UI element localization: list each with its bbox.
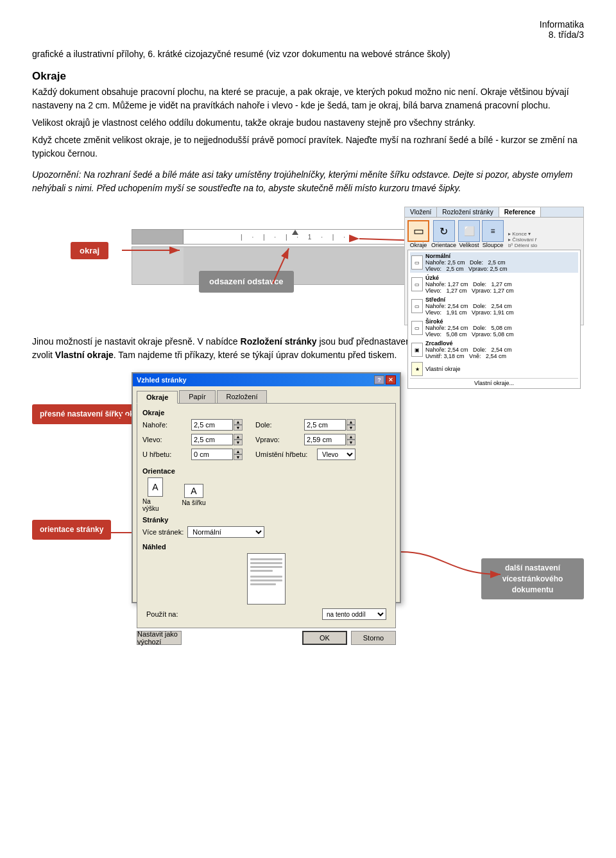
dialog-titlebar: Vzhled stránky ? ✕ xyxy=(133,373,400,386)
select-vice-stranek[interactable]: Normální xyxy=(187,526,264,538)
field-label-vpravo: Vpravo: xyxy=(255,436,300,443)
dialog-section-stranky: Stránky xyxy=(142,516,390,524)
ribbon-tab-reference[interactable]: Reference xyxy=(499,207,541,217)
dialog-help-btn[interactable]: ? xyxy=(374,375,384,384)
pouzit-label: Použít na: xyxy=(146,610,178,618)
ribbon-icon-okraje[interactable]: ▭ xyxy=(407,220,429,242)
dialog-tab-okraje[interactable]: Okraje xyxy=(137,391,178,404)
field-label-dole: Dole: xyxy=(255,421,300,429)
dialog-title: Vzhled stránky xyxy=(137,376,187,384)
nastavit-default-btn[interactable]: Nastavit jako výchozí xyxy=(137,631,182,645)
preview-section: Náhled xyxy=(142,543,390,605)
section-okraje-p2: Velikost okrajů je vlastnost celého oddí… xyxy=(32,116,584,130)
spin-vpravo[interactable]: ▲ ▼ xyxy=(346,434,355,445)
select-pouzit[interactable]: na tento oddíl xyxy=(322,608,386,620)
field-label-umisteni: Umístění hřbetu: xyxy=(255,450,313,458)
ruler-bar: | · | · | · 1 · | · xyxy=(132,229,446,245)
label-orientace-stranky: orientace stránky xyxy=(32,520,111,540)
section-okraje-italic: Upozornění: Na rozhraní šedé a bílé máte… xyxy=(32,168,584,195)
portrait-label: Na výšku xyxy=(142,498,168,512)
header: Informatika 8. třída/3 xyxy=(32,19,584,40)
field-label-uhibetu: U hřbetu: xyxy=(142,450,187,458)
header-line1: Informatika xyxy=(540,19,584,30)
orientation-section: Orientace A Na výšku A Na šířku xyxy=(142,467,390,512)
spin-uhibetu[interactable]: ▲ ▼ xyxy=(234,449,243,460)
field-input-vlevo[interactable]: 2,5 cm xyxy=(191,434,233,445)
spin-vlevo[interactable]: ▲ ▼ xyxy=(234,434,243,445)
dialog-tabs: Okraje Papír Rozložení xyxy=(137,390,396,403)
dialog-section-nahled: Náhled xyxy=(142,543,390,551)
field-input-vpravo[interactable]: 2,59 cm xyxy=(304,434,346,445)
section-title-okraje: Okraje xyxy=(32,70,584,83)
field-input-uhibetu[interactable]: 0 cm xyxy=(191,449,233,460)
label-dalsi-nastaveni: další nastavení vícestránkového dokument… xyxy=(481,558,584,599)
section-okraje-p3: Když chcete změnit velikost okraje, je t… xyxy=(32,133,584,160)
ribbon-tab-rozlozeni[interactable]: Rozložení stránky xyxy=(437,207,499,217)
orient-landscape[interactable]: A Na šířku xyxy=(181,484,207,506)
spin-up[interactable]: ▲ xyxy=(234,419,243,425)
dialog-close-btn[interactable]: ✕ xyxy=(386,375,396,384)
dialog-apply-row: Použít na: na tento oddíl xyxy=(146,608,386,620)
spin-dole[interactable]: ▲ ▼ xyxy=(346,419,355,431)
field-label-vlevo: Vlevo: xyxy=(142,436,187,443)
pages-section: Stránky Více stránek: Normální xyxy=(142,516,390,538)
ribbon-icon-velikost[interactable]: ⬜ xyxy=(458,220,480,242)
preview-document xyxy=(247,553,286,605)
storno-btn[interactable]: Storno xyxy=(351,631,396,645)
orient-portrait[interactable]: A Na výšku xyxy=(142,477,168,512)
landscape-label: Na šířku xyxy=(182,499,205,506)
spin-down[interactable]: ▼ xyxy=(234,425,243,431)
field-input-dole[interactable]: 2,5 cm xyxy=(304,419,346,431)
ribbon-tab-vlozeni[interactable]: Vložení xyxy=(405,207,437,217)
dialog-section-okraje: Okraje xyxy=(142,409,390,416)
select-umisteni[interactable]: Vlevo xyxy=(317,449,355,460)
ribbon-icon-sloupce[interactable]: ≡ xyxy=(482,220,504,242)
spin-nahofe[interactable]: ▲ ▼ xyxy=(234,419,243,431)
ribbon-icon-orientace[interactable]: ↻ xyxy=(433,220,455,242)
dialog-content: Okraje Nahoře: 2,5 cm ▲ ▼ xyxy=(137,403,396,628)
field-input-nahofe[interactable]: 2,5 cm xyxy=(191,419,233,431)
label-odsazeni: odsazení odstavce xyxy=(199,271,294,293)
ribbon-mockup: Vložení Rozložení stránky Reference ▭ Ok… xyxy=(404,207,584,325)
landscape-icon: A xyxy=(184,484,203,498)
header-line2: 8. třída/3 xyxy=(549,30,584,40)
portrait-icon: A xyxy=(148,477,163,497)
dialog-tab-rozlozeni[interactable]: Rozložení xyxy=(217,390,268,403)
vice-stranek-label: Více stránek: xyxy=(142,528,184,536)
label-okraj: okraj xyxy=(71,242,108,259)
dialog-section-orientace: Orientace xyxy=(142,467,390,475)
field-label-nahofe: Nahoře: xyxy=(142,421,187,429)
ok-btn[interactable]: OK xyxy=(302,631,347,645)
page-setup-dialog[interactable]: Vzhled stránky ? ✕ Okraje Papír Rozložen… xyxy=(132,372,401,603)
section-okraje-p1: Každý dokument obsahuje pracovní plochu,… xyxy=(32,85,584,112)
intro-text: grafické a ilustrativní přílohy, 6. krát… xyxy=(32,47,584,61)
diagram-dialog: přesné nastavení šířky okrajů orientace … xyxy=(32,372,584,629)
diagram-ruler: okraj pracovní plocha | · | · | · 1 · | … xyxy=(32,207,584,329)
dialog-tab-papir[interactable]: Papír xyxy=(179,390,215,403)
